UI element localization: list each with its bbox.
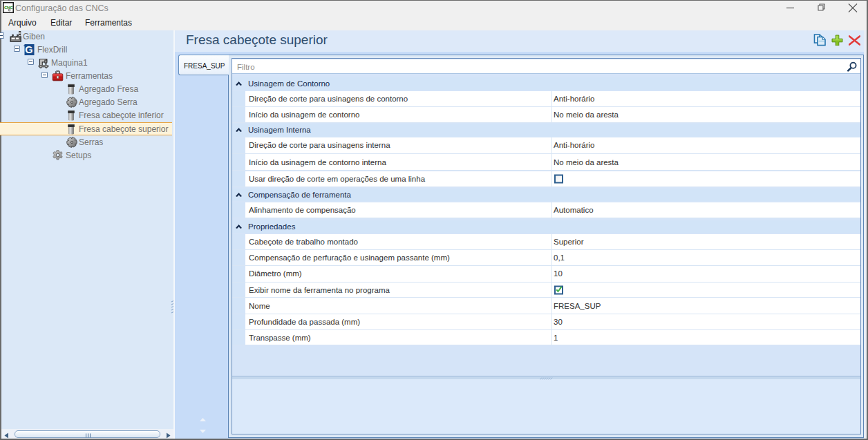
svg-text:G: G (25, 44, 32, 55)
svg-text:CNC: CNC (4, 5, 13, 10)
